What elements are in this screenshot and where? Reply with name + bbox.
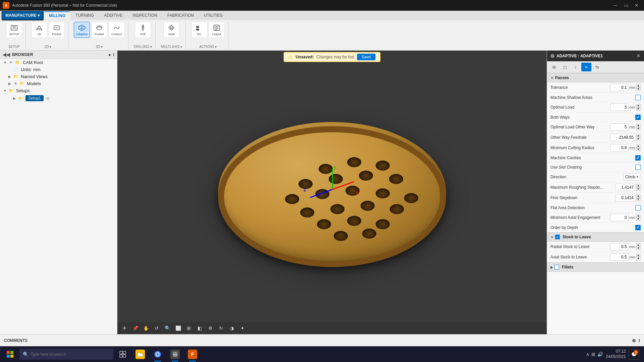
radial-stock-to-leave-input[interactable]: [610, 243, 629, 250]
expand-camroot-icon[interactable]: ▼: [3, 60, 7, 65]
min-cutting-radius-up[interactable]: ▲: [636, 144, 641, 148]
expand-setup1-icon[interactable]: ▶: [12, 96, 17, 101]
display-button[interactable]: ◧: [195, 324, 204, 333]
optimal-load-other-way-input[interactable]: [610, 123, 629, 131]
tray-speaker-icon[interactable]: 🔊: [597, 352, 603, 357]
browser-item-models[interactable]: ▶ 👁 📁 Models: [0, 80, 117, 87]
expand-setups-icon[interactable]: ▼: [3, 88, 7, 93]
browser-item-setups[interactable]: ▼ 📁 Setups: [0, 87, 117, 94]
comments-panel-toggle-icon[interactable]: I: [639, 338, 640, 343]
fine-stepdown-up[interactable]: ▲: [636, 194, 641, 198]
zoom-button[interactable]: 🔍: [163, 324, 172, 333]
visibility-models-icon[interactable]: 👁: [13, 81, 18, 86]
manufacture-button[interactable]: MANUFACTURE ▾: [1, 10, 44, 20]
max-roughing-stepdown-input[interactable]: [615, 184, 635, 191]
optimal-load-input[interactable]: [610, 104, 629, 111]
both-ways-checkbox[interactable]: ✓: [635, 115, 641, 120]
min-cutting-radius-down[interactable]: ▼: [636, 148, 641, 151]
taskbar-app-fusion360[interactable]: F: [184, 346, 201, 362]
browser-options-icon[interactable]: ●: [108, 52, 111, 57]
2d-pocket-button[interactable]: 2D: [31, 22, 47, 38]
browser-item-camroot[interactable]: ▼ 👁 📁 CAM Root: [0, 59, 117, 66]
stock-to-leave-section-checkbox[interactable]: ✓: [555, 235, 560, 239]
optimal-load-up[interactable]: ▲: [636, 104, 641, 107]
fine-stepdown-input[interactable]: [615, 194, 635, 201]
optimal-load-other-way-up[interactable]: ▲: [636, 124, 641, 127]
orbit-button[interactable]: ↺: [152, 324, 161, 333]
tab-inspection[interactable]: INSPECTION: [128, 12, 162, 19]
optimal-load-other-way-down[interactable]: ▼: [636, 127, 641, 130]
axial-stock-to-leave-down[interactable]: ▼: [636, 257, 641, 260]
3d-adaptive-button[interactable]: Adaptive: [74, 22, 90, 38]
tab-utilities[interactable]: UTILITIES: [199, 12, 227, 19]
maximize-button[interactable]: ▭: [621, 2, 631, 9]
axial-stock-to-leave-up[interactable]: ▲: [636, 254, 641, 257]
tab-milling[interactable]: MILLING: [44, 11, 70, 19]
fillets-section-header[interactable]: ▶ Fillets: [547, 262, 644, 272]
multiaxis-button[interactable]: Multi: [163, 22, 179, 38]
tolerance-input[interactable]: [610, 84, 629, 91]
start-button[interactable]: [2, 346, 18, 362]
tab-fabrication[interactable]: FABRICATION: [163, 12, 199, 19]
tab-geometry[interactable]: ◻: [560, 63, 570, 71]
min-axial-engagement-up[interactable]: ▲: [636, 214, 641, 218]
grid-button[interactable]: ⊞: [184, 324, 193, 333]
max-roughing-stepdown-up[interactable]: ▲: [636, 184, 641, 187]
refresh-button[interactable]: ↻: [217, 324, 225, 333]
fine-stepdown-down[interactable]: ▼: [636, 198, 641, 201]
browser-item-units[interactable]: 📄 Units: mm: [0, 66, 117, 73]
render-button[interactable]: ⚙: [206, 324, 215, 333]
stock-to-leave-section-header[interactable]: ▼ ✓ Stock to Leave: [547, 232, 644, 242]
tab-linking[interactable]: ⇆: [592, 63, 602, 71]
min-cutting-radius-input[interactable]: [610, 144, 629, 152]
taskbar-app-rar[interactable]: RAR: [167, 346, 183, 362]
bookmark-button[interactable]: 📌: [131, 324, 140, 333]
other-way-feedrate-down[interactable]: ▼: [636, 137, 641, 141]
3d-contour-button[interactable]: Contour: [109, 22, 125, 38]
machine-shallow-areas-checkbox[interactable]: [635, 95, 641, 100]
add-comment-icon[interactable]: ⊕: [632, 338, 636, 343]
expand-models-icon[interactable]: ▶: [7, 81, 12, 86]
optimal-load-down[interactable]: ▼: [636, 107, 641, 111]
select-mode-button[interactable]: ✛: [120, 324, 129, 333]
taskbar-app-fileexplorer[interactable]: [132, 346, 148, 362]
machine-cavities-checkbox[interactable]: ✓: [635, 155, 641, 161]
flat-area-detection-checkbox[interactable]: [635, 205, 641, 210]
close-panel-button[interactable]: ✕: [636, 53, 641, 59]
min-axial-engagement-input[interactable]: [610, 214, 629, 221]
fillets-section-checkbox[interactable]: [554, 265, 559, 269]
minimize-button[interactable]: ─: [610, 2, 620, 9]
2d-profile-button[interactable]: Pocket: [49, 22, 65, 38]
close-button[interactable]: ✕: [632, 2, 641, 9]
taskbar-search-box[interactable]: 🔍: [19, 349, 113, 360]
drilling-button[interactable]: Drill: [135, 22, 151, 38]
radial-stock-to-leave-down[interactable]: ▼: [636, 247, 641, 250]
tolerance-up[interactable]: ▲: [636, 84, 641, 87]
tolerance-down[interactable]: ▼: [636, 87, 641, 91]
max-roughing-stepdown-down[interactable]: ▼: [636, 187, 641, 191]
save-button[interactable]: Save: [357, 54, 375, 60]
browser-item-setup1[interactable]: ▶ 📁 Setup1 ◎: [0, 94, 117, 102]
view-cube-button[interactable]: ⬜: [174, 324, 182, 333]
other-way-feedrate-input[interactable]: [610, 134, 635, 141]
pan-button[interactable]: ✋: [142, 324, 150, 333]
taskbar-search-input[interactable]: [31, 352, 110, 357]
tab-tool[interactable]: ⚙: [549, 63, 559, 71]
task-view-button[interactable]: [115, 346, 131, 362]
radial-stock-to-leave-up[interactable]: ▲: [636, 243, 641, 247]
3d-pocket-button[interactable]: Pocket: [91, 22, 107, 38]
order-by-depth-checkbox[interactable]: ✓: [635, 225, 641, 230]
min-axial-engagement-down[interactable]: ▼: [636, 218, 641, 221]
tab-passes[interactable]: ≡: [581, 63, 591, 71]
tab-heights[interactable]: ↕: [571, 63, 581, 71]
shading-button[interactable]: ◑: [227, 324, 236, 333]
viewport[interactable]: ⚠ Unsaved: Changes may be lost Save: [117, 51, 547, 334]
axial-stock-to-leave-input[interactable]: [610, 253, 629, 261]
tray-chevron-icon[interactable]: ∧: [586, 352, 589, 357]
direction-select[interactable]: Climb ▼: [623, 173, 641, 181]
other-way-feedrate-up[interactable]: ▲: [636, 134, 641, 137]
use-slot-clearing-checkbox[interactable]: [635, 165, 641, 170]
system-clock[interactable]: 07:12 24/05/2021: [606, 349, 626, 359]
taskbar-app-chrome[interactable]: [150, 346, 166, 362]
tray-network-icon[interactable]: ⊞: [591, 352, 595, 357]
